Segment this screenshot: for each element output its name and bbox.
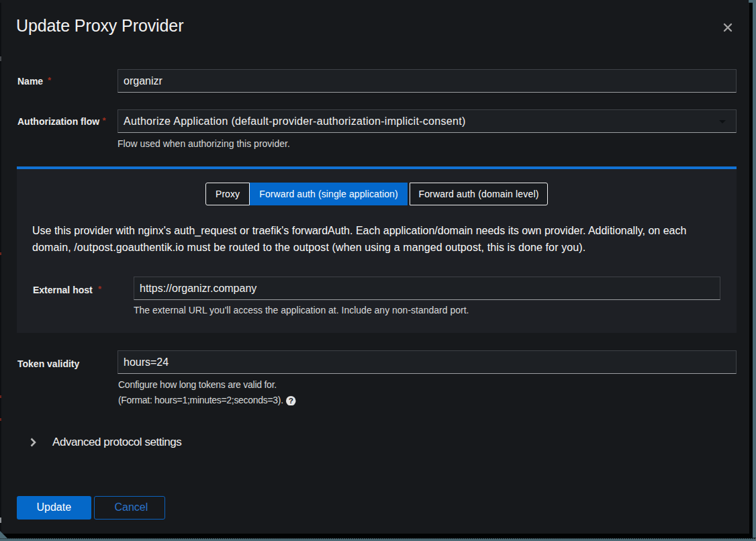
svg-text:?: ?: [289, 396, 293, 405]
